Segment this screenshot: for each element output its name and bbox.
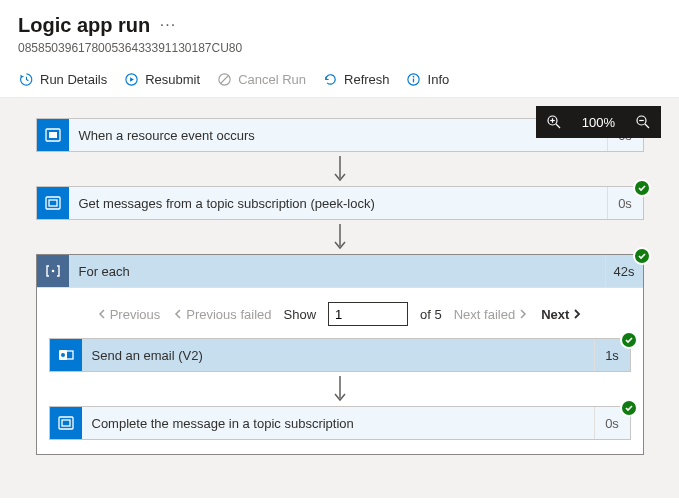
step-get-messages-title: Get messages from a topic subscription (…	[69, 187, 607, 219]
svg-rect-16	[46, 197, 60, 209]
resubmit-button[interactable]: Resubmit	[123, 71, 200, 87]
chevron-left-icon	[172, 308, 184, 320]
step-send-email[interactable]: Send an email (V2) 1s	[49, 338, 631, 372]
refresh-button[interactable]: Refresh	[322, 71, 390, 87]
zoom-percent: 100%	[572, 115, 625, 130]
history-icon	[18, 71, 34, 87]
close-button[interactable]	[653, 14, 661, 39]
cancel-icon	[216, 71, 232, 87]
refresh-label: Refresh	[344, 72, 390, 87]
pager-previous-label: Previous	[110, 307, 161, 322]
svg-rect-24	[59, 417, 73, 429]
zoom-out-icon	[635, 114, 651, 130]
step-get-messages[interactable]: Get messages from a topic subscription (…	[36, 186, 644, 220]
pager-previous: Previous	[96, 307, 161, 322]
pager-next-label: Next	[541, 307, 569, 322]
zoom-in-icon	[546, 114, 562, 130]
chevron-right-icon	[571, 308, 583, 320]
svg-point-19	[51, 270, 54, 273]
svg-rect-14	[49, 132, 57, 138]
resubmit-icon	[123, 71, 139, 87]
cancel-run-label: Cancel Run	[238, 72, 306, 87]
outlook-icon	[50, 339, 82, 371]
more-icon[interactable]: ···	[160, 16, 176, 33]
step-trigger-title: When a resource event occurs	[69, 119, 607, 151]
info-label: Info	[428, 72, 450, 87]
chevron-left-icon	[96, 308, 108, 320]
zoom-in-button[interactable]	[536, 106, 572, 138]
toolbar: Run Details Resubmit Cancel Run Refresh …	[18, 71, 661, 97]
pager-next-failed: Next failed	[454, 307, 529, 322]
step-foreach[interactable]: For each 42s Previous Previous failed	[36, 254, 644, 455]
foreach-icon	[37, 255, 69, 287]
status-success-icon	[620, 331, 638, 349]
status-success-icon	[633, 179, 651, 197]
resubmit-label: Resubmit	[145, 72, 200, 87]
chevron-right-icon	[517, 308, 529, 320]
step-complete-message[interactable]: Complete the message in a topic subscrip…	[49, 406, 631, 440]
page-title: Logic app run	[18, 14, 150, 36]
run-details-button[interactable]: Run Details	[18, 71, 107, 87]
arrow	[330, 220, 350, 254]
pager-next-failed-label: Next failed	[454, 307, 515, 322]
servicebus-icon	[50, 407, 82, 439]
run-details-label: Run Details	[40, 72, 107, 87]
svg-rect-25	[62, 420, 70, 426]
step-foreach-title: For each	[69, 255, 605, 287]
arrow	[47, 372, 633, 406]
designer-canvas: 100% When a resource event occurs 0s	[0, 98, 679, 498]
svg-rect-17	[49, 200, 57, 206]
run-id: 08585039617800536433391130187CU80	[18, 41, 661, 55]
svg-line-2	[220, 75, 228, 83]
status-success-icon	[633, 247, 651, 265]
pager-next[interactable]: Next	[541, 307, 583, 322]
refresh-icon	[322, 71, 338, 87]
pager-of-total: of 5	[420, 307, 442, 322]
arrow	[330, 152, 350, 186]
svg-point-22	[61, 353, 65, 357]
svg-line-7	[556, 124, 560, 128]
pager-previous-failed: Previous failed	[172, 307, 271, 322]
status-success-icon	[620, 399, 638, 417]
pager-page-input[interactable]	[328, 302, 408, 326]
info-button[interactable]: Info	[406, 71, 450, 87]
pager-show-label: Show	[284, 307, 317, 322]
cancel-run-button: Cancel Run	[216, 71, 306, 87]
foreach-body: Previous Previous failed Show of 5 Next …	[37, 287, 643, 454]
zoom-out-button[interactable]	[625, 106, 661, 138]
pager-previous-failed-label: Previous failed	[186, 307, 271, 322]
svg-line-11	[645, 124, 649, 128]
foreach-pager: Previous Previous failed Show of 5 Next …	[47, 302, 633, 326]
eventgrid-icon	[37, 119, 69, 151]
step-send-email-title: Send an email (V2)	[82, 339, 594, 371]
servicebus-icon	[37, 187, 69, 219]
info-icon	[406, 71, 422, 87]
svg-point-4	[413, 75, 415, 77]
zoom-widget: 100%	[536, 106, 661, 138]
step-complete-message-title: Complete the message in a topic subscrip…	[82, 407, 594, 439]
